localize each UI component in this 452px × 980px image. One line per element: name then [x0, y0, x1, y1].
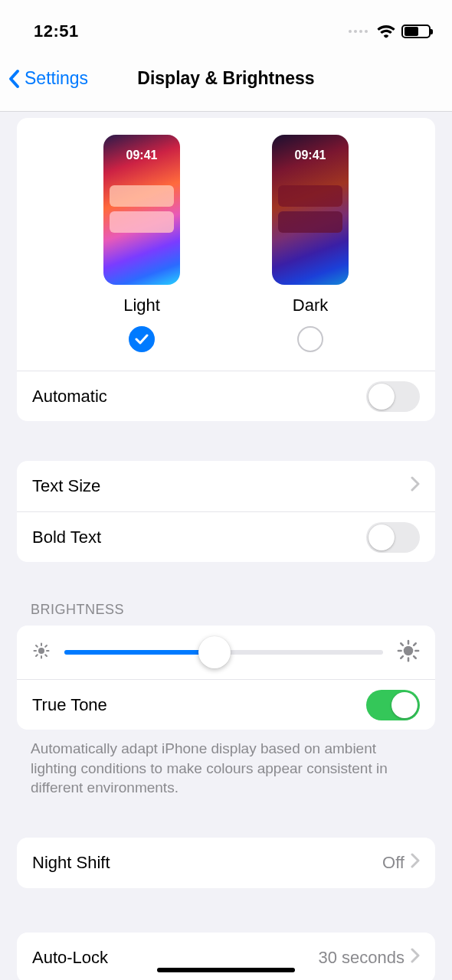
svg-line-17	[414, 643, 416, 645]
dark-preview-icon: 09:41	[272, 135, 349, 285]
appearance-group: 09:41 Light 09:41 Dark	[17, 118, 435, 421]
wifi-icon	[377, 24, 395, 38]
text-group: Text Size Bold Text	[17, 461, 435, 562]
appearance-option-label: Light	[123, 296, 160, 315]
svg-line-5	[36, 645, 38, 647]
sun-max-icon	[397, 639, 420, 665]
section-header-brightness: BRIGHTNESS	[0, 602, 452, 618]
slider-fill	[64, 650, 215, 655]
auto-lock-label: Auto-Lock	[32, 948, 108, 968]
preview-time: 09:41	[103, 149, 180, 162]
brightness-slider-row	[17, 626, 435, 679]
true-tone-toggle[interactable]	[366, 690, 420, 720]
automatic-toggle[interactable]	[366, 381, 420, 412]
svg-point-9	[404, 646, 414, 656]
chevron-left-icon	[8, 68, 21, 90]
nav-header: Settings Display & Brightness	[0, 46, 452, 112]
status-time: 12:51	[34, 21, 79, 41]
appearance-option-label: Dark	[293, 296, 328, 315]
preview-time: 09:41	[272, 149, 349, 162]
svg-line-15	[414, 656, 416, 658]
appearance-option-light[interactable]: 09:41 Light	[103, 135, 180, 352]
chevron-right-icon	[411, 476, 420, 496]
brightness-slider[interactable]	[64, 650, 383, 655]
automatic-row: Automatic	[17, 371, 435, 421]
cellular-dots-icon	[349, 30, 368, 33]
section-footer-true-tone: Automatically adapt iPhone display based…	[0, 730, 452, 798]
auto-lock-value: 30 seconds	[318, 948, 405, 968]
back-label: Settings	[25, 68, 88, 89]
svg-line-14	[401, 643, 403, 645]
svg-line-16	[401, 656, 403, 658]
true-tone-row: True Tone	[17, 679, 435, 730]
home-indicator	[157, 968, 295, 972]
bold-text-label: Bold Text	[32, 528, 101, 547]
svg-point-0	[38, 648, 44, 654]
radio-light[interactable]	[129, 326, 155, 352]
text-size-label: Text Size	[32, 476, 100, 496]
brightness-group: True Tone	[17, 626, 435, 730]
sun-min-icon	[32, 642, 51, 663]
svg-line-6	[45, 655, 47, 656]
chevron-right-icon	[411, 948, 420, 968]
automatic-label: Automatic	[32, 387, 107, 407]
status-bar: 12:51	[0, 0, 452, 46]
auto-lock-group: Auto-Lock 30 seconds	[17, 933, 435, 980]
battery-level	[405, 27, 418, 36]
radio-dark[interactable]	[297, 326, 323, 352]
light-preview-icon: 09:41	[103, 135, 180, 285]
night-shift-row[interactable]: Night Shift Off	[17, 838, 435, 888]
status-right	[349, 24, 431, 38]
night-shift-group: Night Shift Off	[17, 838, 435, 888]
svg-line-8	[45, 645, 47, 647]
text-size-row[interactable]: Text Size	[17, 461, 435, 511]
auto-lock-row[interactable]: Auto-Lock 30 seconds	[17, 933, 435, 980]
appearance-option-dark[interactable]: 09:41 Dark	[272, 135, 349, 352]
night-shift-label: Night Shift	[32, 853, 110, 873]
true-tone-label: True Tone	[32, 695, 107, 715]
battery-icon	[401, 24, 431, 38]
bold-text-row: Bold Text	[17, 511, 435, 562]
svg-line-7	[36, 655, 38, 656]
night-shift-value: Off	[382, 853, 405, 873]
chevron-right-icon	[411, 853, 420, 873]
bold-text-toggle[interactable]	[366, 522, 420, 553]
back-button[interactable]: Settings	[8, 68, 88, 90]
slider-thumb[interactable]	[198, 636, 231, 668]
